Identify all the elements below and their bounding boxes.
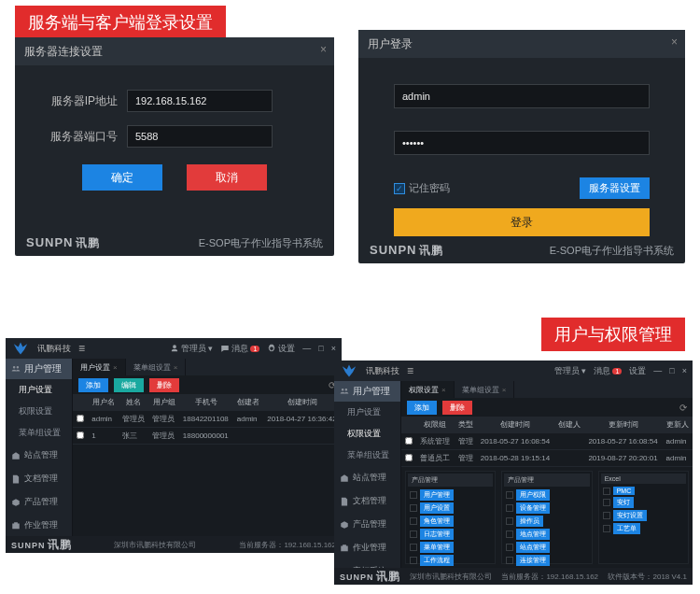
- add-button[interactable]: 添加: [78, 378, 108, 392]
- sidebar-cat-work[interactable]: 作业管理: [334, 536, 400, 559]
- row-checkbox[interactable]: [77, 431, 84, 439]
- port-input[interactable]: [127, 125, 273, 148]
- perm-checkbox[interactable]: [506, 517, 513, 525]
- sidebar-item-perm-set[interactable]: 权限设置: [334, 423, 400, 445]
- perm-checkbox[interactable]: [410, 491, 417, 499]
- perm-item[interactable]: PMC: [601, 486, 686, 496]
- sidebar-cat-work[interactable]: 作业管理: [6, 514, 72, 537]
- sidebar-user-mgmt[interactable]: 用户管理: [6, 359, 72, 379]
- sidebar-item-menugroup-set[interactable]: 菜单组设置: [6, 422, 72, 444]
- tab-perm-set[interactable]: 权限设置×: [401, 381, 455, 398]
- remember-checkbox[interactable]: ✓ 记住密码: [394, 181, 450, 195]
- perm-item[interactable]: 操作员: [504, 515, 589, 528]
- password-input[interactable]: [394, 131, 650, 155]
- table-header: 用户名: [88, 394, 119, 411]
- perm-item[interactable]: 角色管理: [408, 515, 493, 528]
- delete-button[interactable]: 删除: [442, 401, 472, 415]
- settings-menu[interactable]: 设置: [629, 365, 646, 377]
- tab-user-set[interactable]: 用户设置×: [73, 359, 126, 375]
- sidebar-cat-doc[interactable]: 文档管理: [334, 489, 400, 513]
- tab-menugroup-set[interactable]: 菜单组设置×: [455, 381, 515, 398]
- perm-checkbox[interactable]: [506, 491, 513, 499]
- perm-item[interactable]: 安灯设置: [601, 509, 686, 522]
- sidebar-cat-product[interactable]: 产品管理: [334, 513, 400, 536]
- perm-item[interactable]: 地点管理: [504, 528, 589, 541]
- maximize-icon[interactable]: □: [318, 344, 323, 353]
- perm-column: 产品管理用户管理用户设置角色管理日志管理菜单管理工作流程用户权限设备管理操作员地…: [405, 471, 496, 564]
- sidebar-cat-site[interactable]: 站点管理: [334, 466, 400, 489]
- perm-item[interactable]: 安灯: [601, 496, 686, 509]
- menu-icon[interactable]: ≡: [78, 342, 85, 355]
- table-row[interactable]: 普通员工管理2018-05-28 19:15:142019-08-27 20:2…: [401, 450, 693, 467]
- close-icon[interactable]: ×: [671, 35, 678, 49]
- maximize-icon[interactable]: □: [669, 366, 674, 375]
- delete-button[interactable]: 删除: [149, 378, 179, 392]
- perm-item[interactable]: 用户设置: [408, 502, 493, 515]
- tab-close-icon[interactable]: ×: [113, 363, 118, 372]
- perm-item[interactable]: 连接管理: [504, 554, 589, 567]
- tab-close-icon[interactable]: ×: [174, 363, 178, 372]
- perm-item[interactable]: 用户管理: [408, 488, 493, 502]
- close-icon[interactable]: ×: [331, 344, 336, 353]
- perm-checkbox[interactable]: [603, 512, 610, 519]
- messages-menu[interactable]: 消息1: [594, 365, 622, 377]
- sidebar-item-user-set[interactable]: 用户设置: [334, 402, 400, 423]
- perm-item[interactable]: 用户权限: [504, 488, 589, 502]
- row-checkbox[interactable]: [77, 415, 84, 422]
- admin-menu[interactable]: 管理员 ▾: [554, 365, 586, 377]
- sidebar-item-menugroup-set[interactable]: 菜单组设置: [334, 445, 400, 466]
- cancel-button[interactable]: 取消: [187, 164, 267, 191]
- ip-input[interactable]: [127, 90, 273, 112]
- sidebar-cat-doc[interactable]: 文档管理: [6, 467, 72, 490]
- table-row[interactable]: 1张三管理员18800000001: [73, 428, 342, 445]
- sidebar-cat-product[interactable]: 产品管理: [6, 490, 72, 514]
- sidebar-item-perm-set[interactable]: 权限设置: [6, 401, 72, 422]
- work-icon: [340, 544, 349, 553]
- tab-close-icon[interactable]: ×: [502, 386, 507, 394]
- perm-item[interactable]: 日志管理: [408, 528, 493, 541]
- sidebar-user-mgmt[interactable]: 用户管理: [334, 381, 400, 402]
- server-settings-button[interactable]: 服务器设置: [580, 177, 650, 199]
- username-input[interactable]: [394, 84, 650, 108]
- sidebar-item-user-set[interactable]: 用户设置: [6, 379, 72, 401]
- login-button[interactable]: 登录: [394, 208, 650, 236]
- tab-close-icon[interactable]: ×: [441, 386, 446, 394]
- perm-checkbox[interactable]: [603, 488, 610, 495]
- perm-checkbox[interactable]: [506, 530, 513, 538]
- perm-checkbox[interactable]: [410, 517, 417, 525]
- perm-item[interactable]: 工艺单: [601, 522, 686, 535]
- admin-menu[interactable]: 管理员 ▾: [170, 343, 213, 355]
- perm-checkbox[interactable]: [410, 557, 417, 564]
- minimize-icon[interactable]: —: [302, 344, 311, 353]
- ok-button[interactable]: 确定: [82, 164, 162, 191]
- row-checkbox[interactable]: [405, 437, 413, 445]
- perm-checkbox[interactable]: [506, 544, 513, 551]
- refresh-icon[interactable]: ⟳: [679, 403, 687, 413]
- table-row[interactable]: admin管理员管理员18842201108admin2018-04-27 16…: [73, 411, 342, 428]
- perm-checkbox[interactable]: [410, 530, 417, 538]
- edit-button[interactable]: 编辑: [114, 378, 144, 392]
- sidebar-cat-site[interactable]: 站点管理: [6, 444, 72, 467]
- perm-item[interactable]: 工作流程: [408, 554, 493, 567]
- close-icon[interactable]: ×: [682, 366, 687, 375]
- site-icon: [340, 474, 349, 483]
- table-row[interactable]: 系统管理管理2018-05-27 16:08:542018-05-27 16:0…: [401, 433, 693, 450]
- perm-checkbox[interactable]: [603, 525, 610, 532]
- perm-checkbox[interactable]: [410, 544, 417, 551]
- perm-checkbox[interactable]: [410, 504, 417, 512]
- row-checkbox[interactable]: [405, 454, 413, 461]
- perm-item[interactable]: 站点管理: [504, 541, 589, 554]
- perm-item[interactable]: 设备管理: [504, 502, 589, 515]
- app-company: 讯鹏科技: [37, 343, 71, 355]
- menu-icon[interactable]: ≡: [407, 364, 413, 377]
- perm-checkbox[interactable]: [506, 557, 513, 564]
- perm-item[interactable]: 菜单管理: [408, 541, 493, 554]
- messages-menu[interactable]: 消息 1: [220, 343, 259, 355]
- tab-menugroup-set[interactable]: 菜单组设置×: [126, 359, 187, 375]
- minimize-icon[interactable]: —: [653, 366, 662, 375]
- close-icon[interactable]: ×: [320, 43, 327, 56]
- add-button[interactable]: 添加: [407, 401, 437, 415]
- perm-checkbox[interactable]: [506, 504, 513, 512]
- settings-menu[interactable]: 设置: [267, 343, 295, 355]
- perm-checkbox[interactable]: [603, 499, 610, 506]
